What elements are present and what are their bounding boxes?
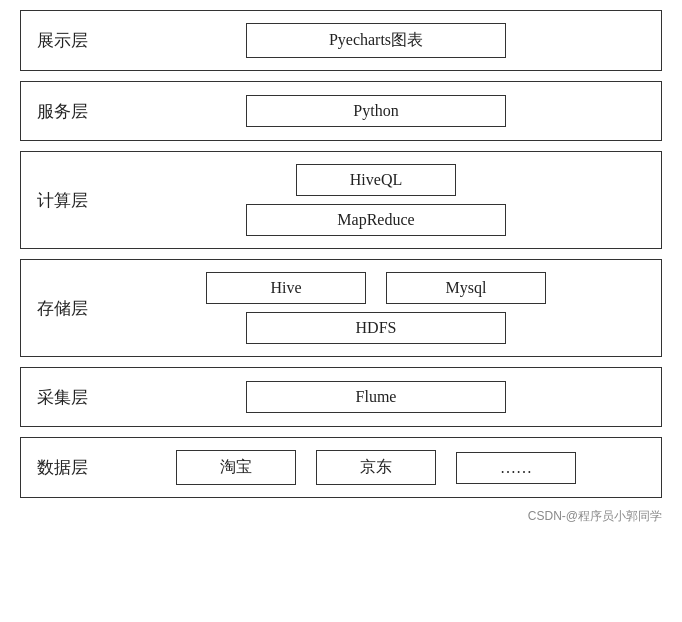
presentation-label: 展示层 xyxy=(37,29,107,52)
jingdong-box: 京东 xyxy=(316,450,436,485)
mapreduce-box: MapReduce xyxy=(246,204,506,236)
taobao-box: 淘宝 xyxy=(176,450,296,485)
ellipsis-box: …… xyxy=(456,452,576,484)
hive-box: Hive xyxy=(206,272,366,304)
collection-label: 采集层 xyxy=(37,386,107,409)
watermark: CSDN-@程序员小郭同学 xyxy=(20,508,662,525)
flume-box: Flume xyxy=(246,381,506,413)
compute-label: 计算层 xyxy=(37,189,107,212)
collection-layer: 采集层 Flume xyxy=(20,367,662,427)
service-label: 服务层 xyxy=(37,100,107,123)
presentation-layer: 展示层 Pyecharts图表 xyxy=(20,10,662,71)
service-layer: 服务层 Python xyxy=(20,81,662,141)
storage-content: Hive Mysql HDFS xyxy=(107,272,645,344)
storage-layer: 存储层 Hive Mysql HDFS xyxy=(20,259,662,357)
hdfs-box: HDFS xyxy=(246,312,506,344)
hiveql-box: HiveQL xyxy=(296,164,456,196)
data-label: 数据层 xyxy=(37,456,107,479)
data-content: 淘宝 京东 …… xyxy=(107,450,645,485)
service-content: Python xyxy=(107,95,645,127)
python-box: Python xyxy=(246,95,506,127)
mysql-box: Mysql xyxy=(386,272,546,304)
pyecharts-box: Pyecharts图表 xyxy=(246,23,506,58)
presentation-content: Pyecharts图表 xyxy=(107,23,645,58)
data-layer: 数据层 淘宝 京东 …… xyxy=(20,437,662,498)
compute-layer: 计算层 HiveQL MapReduce xyxy=(20,151,662,249)
storage-label: 存储层 xyxy=(37,297,107,320)
collection-content: Flume xyxy=(107,381,645,413)
compute-content: HiveQL MapReduce xyxy=(107,164,645,236)
